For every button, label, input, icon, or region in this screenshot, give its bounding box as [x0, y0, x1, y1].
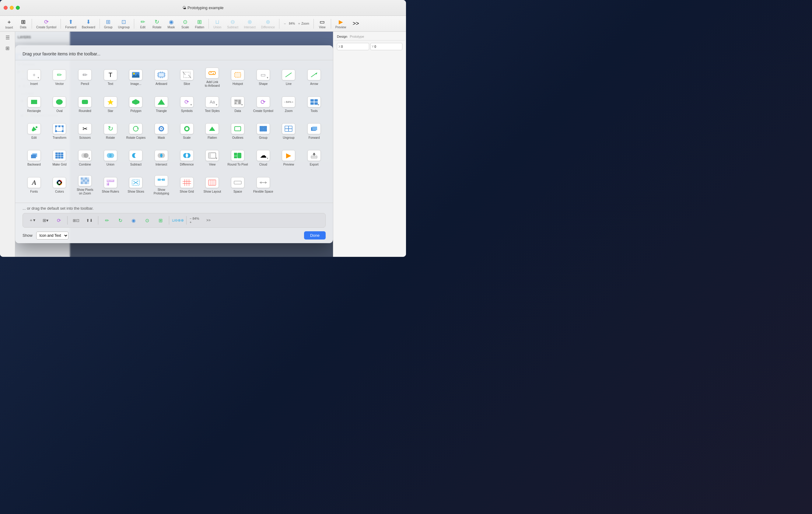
tool-fonts[interactable]: A Fonts — [23, 173, 46, 198]
toolbar-create-symbol[interactable]: ⟳ Create Symbol — [34, 17, 59, 30]
toolbar-overflow[interactable]: >> — [349, 19, 362, 28]
toolbar-insert[interactable]: ＋ Insert — [2, 17, 16, 30]
svg-rect-51 — [263, 129, 267, 132]
tool-show-slices[interactable]: Show Slices — [124, 173, 148, 198]
svg-rect-105 — [85, 182, 87, 184]
zoom-plus[interactable]: + — [298, 22, 300, 26]
tool-rotate[interactable]: ↻ Rotate — [99, 119, 122, 144]
tool-pencil[interactable]: ✏ Pencil — [74, 65, 96, 90]
tool-space[interactable]: Space — [226, 173, 249, 198]
tool-star[interactable]: Star — [99, 92, 122, 117]
tool-shape[interactable]: ▭ Shape — [252, 65, 275, 90]
tool-vector[interactable]: ✏ Vector — [48, 65, 71, 90]
tool-show-rulers[interactable]: Show Rulers — [99, 173, 122, 198]
tool-scale[interactable]: Scale — [175, 119, 198, 144]
toolbar-mask[interactable]: ◉ Mask — [165, 17, 178, 30]
tool-show-grid[interactable]: Show Grid — [175, 173, 198, 198]
tool-tools[interactable]: Tools — [302, 92, 326, 117]
tool-scissors[interactable]: ✂ Scissors — [74, 119, 96, 144]
maximize-button[interactable] — [16, 6, 20, 10]
tool-rectangle[interactable]: Rectangle — [23, 92, 46, 117]
tool-combine[interactable]: Combine — [74, 146, 96, 170]
tool-flatten[interactable]: Flatten — [201, 119, 224, 144]
tool-outlines[interactable]: Outlines — [226, 119, 249, 144]
tool-flexible-space[interactable]: Flexible Space — [252, 173, 275, 198]
svg-rect-87 — [234, 156, 237, 158]
tool-make-grid[interactable]: Make Grid — [48, 146, 71, 170]
toolbar-flatten[interactable]: ⊞ Flatten — [193, 17, 207, 30]
tool-insert[interactable]: ＋ Insert — [23, 65, 46, 90]
tool-cloud[interactable]: ☁ Cloud — [252, 146, 275, 170]
tool-view[interactable]: View — [201, 146, 224, 170]
toolbar-view[interactable]: ▭ View — [316, 17, 329, 30]
done-button[interactable]: Done — [304, 231, 326, 239]
tool-union[interactable]: Union — [99, 146, 122, 170]
tool-symbols[interactable]: ⟳ Symbols — [175, 92, 198, 117]
tool-image[interactable]: Image... — [124, 65, 148, 90]
toolbar-backward[interactable]: ⬇ Backward — [80, 17, 98, 30]
tool-export[interactable]: Export — [302, 146, 326, 170]
toolbar-forward[interactable]: ⬆ Forward — [63, 17, 79, 30]
tool-slice[interactable]: Slice — [175, 65, 198, 90]
toolbar-intersect[interactable]: ⊗ Intersect — [241, 17, 258, 30]
tool-show-prototyping[interactable]: Show Prototyping — [150, 173, 173, 198]
svg-rect-39 — [58, 125, 60, 127]
tool-edit[interactable]: Edit — [23, 119, 46, 144]
tool-show-layout[interactable]: Show Layout — [201, 173, 224, 198]
footer-show-select[interactable]: Icon and Text Icon Only Text Only — [36, 232, 68, 239]
toolbar-rotate[interactable]: ↻ Rotate — [150, 17, 164, 30]
tool-mask[interactable]: Mask — [150, 119, 173, 144]
x-input[interactable]: X0 — [337, 43, 369, 50]
edit-icon2 — [30, 125, 38, 132]
tool-forward[interactable]: Forward — [302, 119, 326, 144]
ungroup-icon2 — [284, 125, 293, 132]
tool-arrow[interactable]: Arrow — [302, 65, 326, 90]
tool-backward[interactable]: Backward — [23, 146, 46, 170]
tool-add-link[interactable]: Add Link to Artboard — [201, 65, 224, 90]
tool-oval[interactable]: Oval — [48, 92, 71, 117]
tool-hotspot[interactable]: Hotspot — [226, 65, 249, 90]
tool-rounded[interactable]: Rounded — [74, 92, 96, 117]
toolbar-ungroup[interactable]: ⊡ Ungroup — [116, 17, 132, 30]
toolbar-preview[interactable]: ▶ Preview — [333, 17, 349, 30]
minimize-button[interactable] — [10, 6, 14, 10]
tool-line[interactable]: Line — [277, 65, 300, 90]
sidebar-item-layers[interactable]: ☰ — [1, 33, 14, 43]
toolbar-subtract[interactable]: ⊖ Subtract — [225, 17, 241, 30]
tool-text-styles[interactable]: Aa Text Styles — [201, 92, 224, 117]
tool-difference[interactable]: Difference — [175, 146, 198, 170]
tool-ungroup[interactable]: Ungroup — [277, 119, 300, 144]
tool-show-pixels-zoom[interactable]: Show Pixels on Zoom — [74, 173, 96, 198]
tool-create-symbol[interactable]: ⟳ Create Symbol — [252, 92, 275, 117]
toolbar-difference[interactable]: ⊕ Difference — [259, 17, 277, 30]
tool-group[interactable]: Group — [252, 119, 275, 144]
tab-design[interactable]: Design — [337, 35, 347, 38]
toolbar-edit[interactable]: ✏ Edit — [136, 17, 149, 30]
tool-triangle[interactable]: Triangle — [150, 92, 173, 117]
tab-prototype[interactable]: Prototype — [350, 35, 364, 38]
tool-subtract-label: Subtract — [130, 163, 142, 167]
zoom-minus[interactable]: − — [284, 22, 286, 26]
close-button[interactable] — [4, 6, 8, 10]
union-icon: ⊔ — [215, 19, 220, 25]
svg-rect-47 — [235, 126, 241, 131]
toolbar-union[interactable]: ⊔ Union — [211, 17, 224, 30]
tool-intersect[interactable]: Intersect — [150, 146, 173, 170]
tool-artboard[interactable]: Artboard — [150, 65, 173, 90]
sidebar-item-components[interactable]: ⊞ — [1, 44, 14, 54]
tool-round-to-pixel[interactable]: Round To Pixel — [226, 146, 249, 170]
tool-subtract[interactable]: Subtract — [124, 146, 148, 170]
tool-preview[interactable]: ▶ Preview — [277, 146, 300, 170]
tool-text[interactable]: T Text — [99, 65, 122, 90]
toolbar-data[interactable]: ⊞ Data — [17, 17, 30, 30]
tool-data[interactable]: Data — [226, 92, 249, 117]
tool-transform[interactable]: Transform — [48, 119, 71, 144]
tool-zoom[interactable]: − 84% + Zoom — [277, 92, 300, 117]
toolbar-scale[interactable]: ⊙ Scale — [179, 17, 192, 30]
tool-rotate-copies[interactable]: Rotate Copies — [124, 119, 148, 144]
toolbar-group[interactable]: ⊞ Group — [102, 17, 115, 30]
y-input[interactable]: Y0 — [370, 43, 403, 50]
tool-colors[interactable]: Colors — [48, 173, 71, 198]
tool-polygon[interactable]: Polygon — [124, 92, 148, 117]
flatten-icon: ⊞ — [197, 19, 202, 25]
